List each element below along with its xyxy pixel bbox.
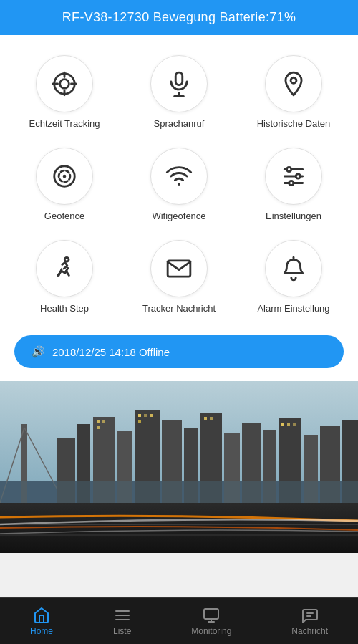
status-text: 2018/12/25 14:18 Offline [52, 346, 170, 358]
nav-liste-label: Liste [113, 626, 131, 636]
svg-rect-48 [150, 414, 153, 417]
svg-point-13 [178, 183, 180, 186]
status-pill[interactable]: 🔊 2018/12/25 14:18 Offline [14, 335, 344, 368]
geofence-icon [51, 163, 78, 190]
header-title: RF-V38-12730 Bewegung Batterie:71% [62, 10, 296, 24]
geofence-icon-circle [36, 148, 93, 205]
echtzeit-tracking-icon-circle [36, 55, 93, 112]
grid-item-historische-daten[interactable]: Historische Daten [236, 49, 351, 135]
svg-rect-52 [281, 423, 284, 426]
wifigeofence-icon-circle [150, 148, 208, 205]
home-icon [33, 607, 50, 624]
monitoring-icon [203, 607, 220, 624]
nav-home-label: Home [30, 626, 53, 636]
svg-rect-54 [293, 423, 296, 426]
grid-item-tracker-nachricht[interactable]: Tracker Nachricht [122, 234, 236, 319]
health-step-label: Health Step [40, 303, 89, 314]
einstellungen-label: Einstellungen [266, 211, 321, 221]
liste-icon [114, 607, 131, 624]
svg-point-19 [289, 181, 294, 185]
einstellungen-icon-circle [265, 148, 322, 205]
mic-icon [165, 70, 193, 97]
wifigeofence-label: Wifigeofence [152, 211, 205, 221]
svg-rect-46 [138, 414, 141, 417]
echtzeit-tracking-label: Echtzeit Tracking [29, 118, 100, 129]
location-pin-icon [280, 70, 307, 97]
svg-rect-44 [102, 420, 105, 423]
nachricht-icon [301, 607, 319, 624]
svg-rect-6 [175, 72, 183, 85]
bottom-navigation: Home Liste Monitoring Nachricht [0, 597, 358, 644]
city-skyline-svg [0, 381, 358, 553]
sliders-icon [280, 163, 307, 190]
bell-icon [280, 255, 307, 282]
grid-item-alarm-einstellung[interactable]: Alarm Einstellung [236, 234, 351, 319]
grid-item-einstellungen[interactable]: Einstellungen [236, 142, 351, 227]
svg-rect-62 [204, 609, 218, 619]
svg-rect-43 [97, 420, 100, 423]
sprachanruf-icon-circle [150, 55, 208, 112]
grid-item-health-step[interactable]: Health Step [7, 234, 122, 319]
wifi-icon [165, 163, 193, 190]
svg-point-18 [296, 174, 300, 178]
historische-daten-icon-circle [265, 55, 322, 112]
svg-point-12 [63, 175, 67, 178]
svg-rect-45 [97, 426, 100, 429]
running-icon [51, 255, 78, 282]
geofence-label: Geofence [44, 211, 84, 221]
svg-rect-51 [210, 417, 213, 420]
svg-rect-47 [144, 414, 147, 417]
historische-daten-label: Historische Daten [257, 118, 331, 129]
nav-nachricht-label: Nachricht [291, 626, 328, 636]
status-bar-section: 🔊 2018/12/25 14:18 Offline [0, 327, 358, 381]
grid-item-wifigeofence[interactable]: Wifigeofence [122, 142, 236, 227]
sprachanruf-label: Sprachanruf [154, 118, 205, 129]
grid-item-geofence[interactable]: Geofence [7, 142, 122, 227]
alarm-einstellung-icon-circle [265, 240, 322, 297]
nav-item-home[interactable]: Home [19, 602, 64, 640]
nav-item-nachricht[interactable]: Nachricht [280, 602, 339, 640]
svg-point-1 [60, 80, 69, 89]
mail-icon [165, 255, 193, 282]
svg-rect-53 [287, 423, 290, 426]
speaker-icon: 🔊 [32, 345, 45, 358]
feature-grid-section: Echtzeit Tracking Sprachanruf [0, 35, 358, 327]
app-header: RF-V38-12730 Bewegung Batterie:71% [0, 0, 358, 35]
health-step-icon-circle [36, 240, 93, 297]
svg-point-9 [291, 77, 296, 83]
svg-rect-58 [0, 481, 358, 503]
svg-rect-49 [138, 420, 141, 423]
svg-point-20 [64, 257, 69, 261]
nav-item-monitoring[interactable]: Monitoring [180, 602, 243, 640]
feature-grid: Echtzeit Tracking Sprachanruf [7, 49, 351, 319]
alarm-einstellung-label: Alarm Einstellung [257, 303, 329, 314]
nav-item-liste[interactable]: Liste [102, 602, 142, 640]
svg-rect-50 [204, 417, 207, 420]
grid-item-sprachanruf[interactable]: Sprachanruf [122, 49, 236, 135]
tracker-nachricht-label: Tracker Nachricht [142, 303, 216, 314]
tracker-nachricht-icon-circle [150, 240, 208, 297]
target-icon [51, 70, 78, 97]
svg-point-17 [287, 167, 291, 171]
grid-item-echtzeit-tracking[interactable]: Echtzeit Tracking [7, 49, 122, 135]
city-background [0, 381, 358, 553]
nav-monitoring-label: Monitoring [191, 626, 231, 636]
